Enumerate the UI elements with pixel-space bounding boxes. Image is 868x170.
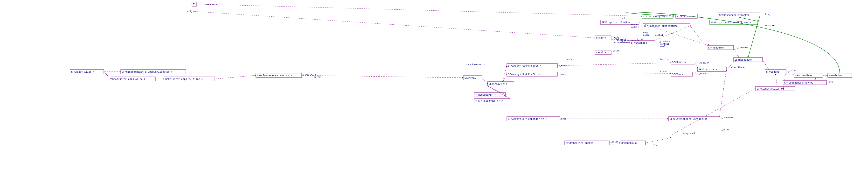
svg-text:sdip: sdip [643, 32, 648, 34]
svg-text:_node: _node [560, 73, 566, 76]
svg-line-167 [776, 74, 777, 86]
svg-line-131 [557, 63, 671, 66]
svg-line-139 [671, 89, 755, 135]
svg-marker-146 [738, 57, 739, 57]
svg-line-143 [690, 26, 707, 48]
svg-text:SFYDistributer::ContextRec: SFYDistributer::ContextRec [670, 118, 707, 120]
svg-marker-174 [594, 37, 595, 39]
svg-marker-158 [793, 74, 794, 76]
svg-marker-162 [747, 57, 749, 57]
diagram-svg: T _exception static_exception< T > _orig… [0, 0, 868, 170]
svg-text:_virtual: _virtual [658, 43, 669, 46]
svg-text:SFYRenderer::ContextRec: SFYRenderer::ContextRec [644, 25, 678, 28]
svg-line-115 [215, 75, 256, 79]
svg-text:_size: _size [613, 50, 619, 52]
svg-text:_handler: _handler [658, 58, 669, 61]
svg-text:_key: _key [828, 81, 833, 83]
svg-text:_rcontext: _rcontext [764, 24, 776, 27]
svg-marker-164 [675, 16, 676, 17]
svg-line-145 [734, 48, 738, 57]
svg-text:SFXArray< NodeRecPtr >: SFXArray< NodeRecPtr > [508, 73, 540, 76]
svg-marker-170 [815, 78, 816, 79]
svg-line-173 [193, 11, 595, 38]
svg-line-157 [786, 72, 794, 75]
svg-text:SFXClusterHeap< T, Alloc >: SFXClusterHeap< T, Alloc > [165, 78, 203, 81]
svg-text:SFAArray: SFAArray [465, 77, 476, 80]
svg-text:SFYContainer: SFYContainer [795, 74, 812, 77]
svg-text:SFYTracer: SFYTracer [672, 73, 685, 76]
svg-text:SFXArray< V >: SFXArray< V > [489, 83, 507, 85]
svg-line-171 [197, 4, 642, 16]
svg-text:_handler: _handler [699, 62, 709, 64]
svg-text:_color: _color [650, 144, 658, 147]
svg-text:_node: _node [560, 118, 566, 120]
svg-text:render: render [631, 24, 639, 26]
svg-marker-168 [775, 74, 776, 75]
svg-text:uclip: uclip [643, 34, 650, 36]
svg-text:SFAHeap< Alloc >: SFAHeap< Alloc > [71, 71, 94, 74]
svg-text:< UInt32 >: < UInt32 > [303, 74, 316, 76]
svg-text:_flag: _flag [764, 13, 770, 16]
svg-marker-130 [670, 73, 671, 74]
svg-marker-172 [641, 16, 642, 17]
svg-text:SFYRenderer: SFYRenderer [708, 47, 724, 49]
svg-line-155 [763, 60, 769, 69]
svg-marker-134 [668, 118, 669, 119]
svg-line-137 [646, 138, 671, 143]
svg-line-129 [557, 74, 671, 74]
svg-text:SFYWidget: SFYWidget [766, 71, 779, 74]
svg-text:SFXRGBColor: SFXRGBColor [621, 142, 637, 145]
svg-marker-132 [670, 62, 671, 63]
svg-text:_utranslate: _utranslate [613, 41, 627, 44]
svg-text:T: T [193, 3, 194, 6]
svg-text:SFXRGBColor::RGBRec: SFXRGBColor::RGBRec [566, 142, 593, 145]
svg-line-149 [692, 71, 698, 74]
svg-text:static_exception< T >: static_exception< T > [643, 15, 674, 18]
svg-marker-116 [255, 75, 256, 76]
svg-text:SFXArray< CacheRecPtr >: SFXArray< CacheRecPtr > [508, 65, 541, 67]
svg-text:SFXArray< SFYResponderPtr >: SFXArray< SFYResponderPtr > [508, 118, 547, 120]
svg-text:SFXClusterHeap< UInt32 >: SFXClusterHeap< UInt32 > [257, 74, 292, 77]
diagram-container: T _exception static_exception< T > _orig… [0, 0, 868, 170]
svg-text:_exception: _exception [205, 3, 218, 6]
svg-text:SFYDistributer: SFYDistributer [699, 68, 719, 71]
svg-line-117 [302, 75, 463, 78]
svg-text:_tracer: _tracer [699, 73, 708, 75]
svg-text:SFYResponder::FlagRec: SFYResponder::FlagRec [719, 14, 749, 17]
svg-marker-160 [827, 75, 828, 76]
svg-text:< CacheRecPtr >: < CacheRecPtr > [466, 63, 485, 66]
svg-text:_background: _background [680, 132, 695, 135]
svg-text:_renderer: _renderer [737, 47, 749, 49]
svg-text:_origin: _origin [613, 36, 622, 39]
svg-marker-136 [619, 142, 620, 144]
svg-line-153 [719, 70, 726, 119]
svg-text:_child: _child [721, 129, 729, 131]
svg-text:_real: _real [658, 46, 665, 48]
svg-text:_distributer: _distributer [730, 66, 746, 69]
svg-marker-114 [163, 78, 164, 80]
svg-text:_translate: _translate [613, 39, 626, 41]
svg-text:< SFYResponderPtr >: < SFYResponderPtr > [475, 100, 503, 103]
svg-text:update: update [631, 26, 639, 28]
svg-line-121 [502, 66, 507, 84]
svg-text:SFYHandler: SFYHandler [672, 61, 686, 64]
svg-text:SFXGrid: SFXGrid [596, 37, 606, 39]
svg-text:_buffer: _buffer [312, 76, 322, 79]
svg-text:_font: _font [619, 17, 625, 20]
svg-text:SFZWindow: SFZWindow [829, 74, 842, 77]
svg-text:< NodeRecPtr >: < NodeRecPtr > [475, 94, 496, 96]
svg-text:_origin: _origin [186, 10, 195, 13]
svg-text:SFYResponder: SFYResponder [735, 59, 752, 61]
svg-text:_node: _node [560, 65, 566, 67]
svg-text:SFYContainer::KeyRec: SFYContainer::KeyRec [784, 82, 813, 84]
svg-text:_global: _global [654, 34, 663, 36]
svg-marker-110 [120, 71, 121, 73]
svg-text:SFAClusterHeap< Alloc >: SFAClusterHeap< Alloc > [112, 78, 146, 81]
svg-text:_graphics: _graphics [658, 40, 671, 43]
svg-text:_cache: _cache [564, 58, 572, 61]
svg-text:SFXSize: SFXSize [596, 51, 606, 54]
svg-text:SFXGraphics::FontRec: SFXGraphics::FontRec [601, 21, 630, 24]
svg-marker-118 [462, 77, 463, 79]
svg-marker-138 [670, 137, 671, 138]
svg-marker-156 [768, 68, 769, 69]
